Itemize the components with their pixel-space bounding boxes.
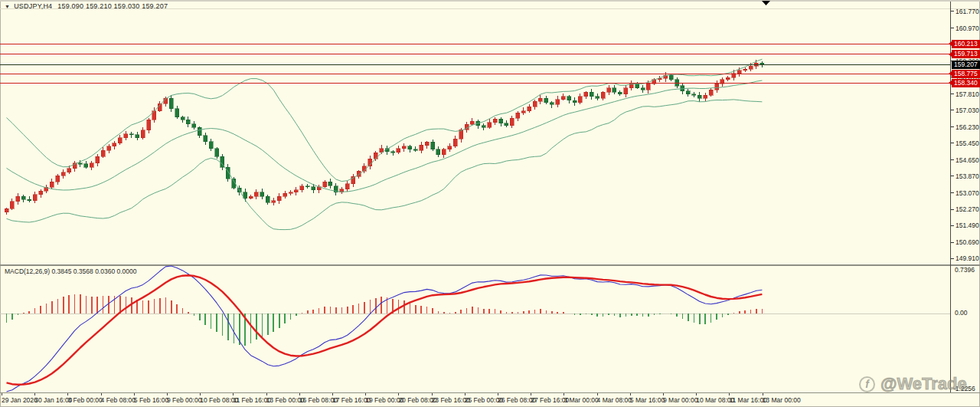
candle-body	[607, 88, 611, 92]
candle-body	[737, 71, 741, 74]
candle-body	[96, 156, 100, 162]
candle-body	[646, 84, 650, 90]
candle-body	[402, 146, 406, 149]
candle-body	[715, 84, 719, 90]
chart-title-bar: ▼USDJPY,H4159.090 159.210 159.030 159.20…	[5, 2, 168, 10]
candle-body	[709, 90, 713, 95]
ohlc-values-label: 159.090 159.210 159.030 159.207	[57, 2, 168, 10]
candle-body	[726, 77, 730, 80]
candle-body	[254, 192, 258, 196]
candle-body	[249, 196, 253, 199]
candle-body	[300, 186, 304, 190]
chart-canvas[interactable]	[0, 0, 980, 407]
candle-body	[215, 149, 219, 157]
candle-body	[499, 119, 503, 123]
candle-body	[294, 190, 298, 192]
candle-body	[312, 187, 315, 190]
candle-body	[556, 100, 560, 105]
candle-body	[204, 136, 207, 142]
bollinger-lower-band	[7, 100, 763, 230]
macd-signal-line	[7, 275, 763, 385]
candle-body	[624, 88, 628, 94]
candle-body	[596, 97, 599, 99]
facebook-icon: f	[859, 376, 875, 392]
bollinger-upper-band	[7, 59, 763, 181]
candle-body	[141, 130, 145, 138]
candle-body	[561, 97, 565, 100]
candle-body	[482, 126, 485, 128]
candle-body	[56, 176, 60, 182]
candle-body	[277, 196, 281, 200]
window-top-edge	[0, 0, 980, 2]
candle-body	[488, 123, 492, 128]
candle-body	[493, 119, 497, 122]
candle-body	[618, 92, 622, 94]
candle-body	[516, 113, 520, 118]
candle-body	[436, 149, 440, 155]
macd-scale-zero-label: 0.00	[955, 309, 968, 317]
candle-body	[510, 118, 514, 126]
candle-body	[181, 117, 185, 120]
candle-body	[692, 94, 696, 95]
candle-body	[374, 153, 377, 159]
candle-body	[147, 120, 151, 130]
candle-body	[420, 145, 423, 150]
candle-body	[192, 124, 196, 128]
candle-body	[266, 196, 270, 202]
candle-body	[641, 88, 645, 90]
watermark: f @WeTrade	[859, 374, 967, 394]
candle-body	[328, 182, 332, 185]
candle-body	[573, 100, 577, 103]
candle-body	[50, 182, 54, 187]
candle-body	[442, 149, 446, 155]
candle-body	[578, 97, 582, 103]
candle-body	[550, 103, 554, 105]
candle-body	[305, 186, 309, 187]
candle-body	[272, 201, 276, 203]
candle-body	[198, 127, 201, 135]
candle-body	[186, 120, 190, 124]
candle-body	[505, 123, 508, 126]
candle-body	[129, 134, 133, 135]
candle-body	[533, 101, 537, 107]
candle-body	[413, 149, 417, 150]
candle-body	[61, 172, 65, 176]
candle-body	[590, 92, 593, 96]
candle-body	[408, 146, 412, 149]
candle-body	[391, 152, 395, 153]
candle-body	[39, 191, 43, 195]
candle-body	[470, 121, 474, 124]
candle-body	[113, 143, 116, 146]
candle-body	[67, 169, 71, 172]
candle-body	[10, 202, 14, 209]
candle-body	[686, 91, 690, 94]
candle-body	[448, 146, 452, 149]
candle-body	[544, 98, 548, 102]
candle-body	[260, 192, 264, 196]
macd-indicator-label: MACD(12,26,9) 0.3845 0.3568 0.0360 0.000…	[5, 268, 137, 275]
mt4-chart-window: ▼USDJPY,H4159.090 159.210 159.030 159.20…	[0, 0, 980, 407]
candle-body	[697, 95, 701, 98]
symbol-dropdown-icon[interactable]: ▼	[5, 4, 10, 9]
candle-body	[78, 163, 82, 164]
candle-body	[101, 150, 105, 156]
candle-body	[397, 149, 400, 153]
candle-body	[704, 95, 707, 98]
candlestick-series	[5, 60, 764, 215]
candle-body	[136, 135, 139, 138]
macd-scale-max-label: 0.7396	[955, 266, 975, 274]
candle-body	[175, 109, 179, 117]
candle-body	[345, 184, 349, 189]
candle-body	[118, 138, 122, 143]
symbol-timeframe-label: USDJPY,H4	[14, 2, 52, 10]
candle-body	[323, 182, 327, 187]
candle-body	[21, 196, 25, 199]
candle-body	[169, 98, 173, 109]
candle-body	[425, 142, 429, 145]
candle-body	[28, 199, 31, 200]
candle-body	[84, 164, 88, 167]
candle-body	[226, 167, 230, 179]
candle-body	[16, 196, 20, 202]
scroll-to-end-marker[interactable]	[762, 1, 770, 5]
candle-body	[33, 195, 37, 201]
